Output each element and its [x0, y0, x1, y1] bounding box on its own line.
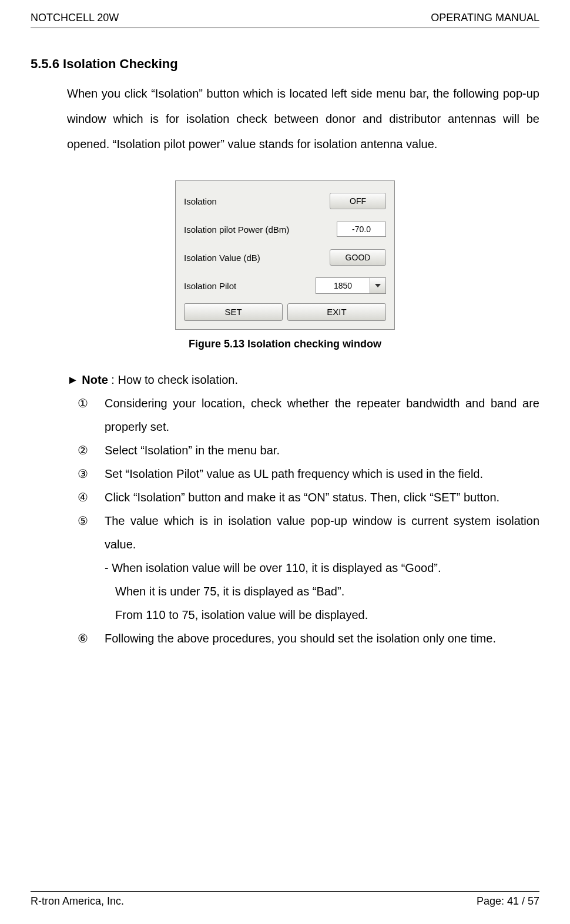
- step-5-sub-2: When it is under 75, it is displayed as …: [115, 580, 539, 603]
- circled-5-icon: ⑤: [74, 509, 92, 533]
- dialog-row-isolation: Isolation OFF: [184, 190, 386, 212]
- steps-list: ① Considering your location, check wheth…: [67, 391, 539, 650]
- note-marker-icon: ►: [67, 373, 79, 386]
- footer-right: Page: 41 / 57: [477, 895, 539, 908]
- step-5-sub-3: From 110 to 75, isolation value will be …: [115, 603, 539, 627]
- step-1-text: Considering your location, check whether…: [105, 397, 539, 433]
- isolation-pilot-value: 1850: [316, 278, 370, 293]
- step-6: ⑥ Following the above procedures, you sh…: [95, 627, 539, 650]
- step-4: ④ Click “Isolation” button and make it a…: [95, 486, 539, 509]
- section-title: 5.5.6 Isolation Checking: [31, 56, 539, 72]
- step-6-text: Following the above procedures, you shou…: [105, 632, 496, 645]
- note-rest: : How to check isolation.: [108, 373, 238, 386]
- set-button[interactable]: SET: [184, 303, 283, 321]
- circled-1-icon: ①: [74, 391, 92, 415]
- circled-2-icon: ②: [74, 438, 92, 462]
- intro-paragraph: When you click “Isolation” button which …: [67, 81, 539, 157]
- step-2-text: Select “Isolation” in the menu bar.: [105, 444, 280, 457]
- dialog-row-isolation-value: Isolation Value (dB) GOOD: [184, 247, 386, 268]
- pilot-power-field[interactable]: -70.0: [337, 222, 386, 237]
- chevron-down-icon[interactable]: [370, 278, 385, 293]
- isolation-value-display[interactable]: GOOD: [330, 249, 386, 266]
- isolation-pilot-combo[interactable]: 1850: [316, 277, 386, 294]
- page-header: NOTCHCELL 20W OPERATING MANUAL: [31, 12, 539, 28]
- step-5: ⑤ The value which is in isolation value …: [95, 509, 539, 627]
- step-3-text: Set “Isolation Pilot” value as UL path f…: [105, 467, 483, 480]
- isolation-value-label: Isolation Value (dB): [184, 253, 330, 263]
- dialog-row-isolation-pilot: Isolation Pilot 1850: [184, 275, 386, 296]
- isolation-pilot-label: Isolation Pilot: [184, 281, 316, 291]
- circled-4-icon: ④: [74, 486, 92, 509]
- note-label: Note: [82, 373, 108, 386]
- isolation-label: Isolation: [184, 196, 330, 206]
- step-3: ③ Set “Isolation Pilot” value as UL path…: [95, 462, 539, 486]
- note-line: ► Note : How to check isolation.: [67, 368, 539, 391]
- circled-3-icon: ③: [74, 462, 92, 486]
- step-5-text: The value which is in isolation value po…: [105, 514, 539, 551]
- figure-caption: Figure 5.13 Isolation checking window: [189, 338, 381, 350]
- page-footer: R-tron America, Inc. Page: 41 / 57: [31, 891, 539, 908]
- step-5-sub-1: - When isolation value will be over 110,…: [105, 556, 539, 580]
- step-4-text: Click “Isolation” button and make it as …: [105, 491, 499, 504]
- dialog-row-pilot-power: Isolation pilot Power (dBm) -70.0: [184, 219, 386, 240]
- exit-button[interactable]: EXIT: [287, 303, 386, 321]
- step-1: ① Considering your location, check wheth…: [95, 391, 539, 438]
- footer-left: R-tron America, Inc.: [31, 895, 124, 908]
- circled-6-icon: ⑥: [74, 627, 92, 650]
- isolation-dialog: Isolation OFF Isolation pilot Power (dBm…: [175, 180, 395, 330]
- pilot-power-label: Isolation pilot Power (dBm): [184, 225, 337, 235]
- isolation-toggle-button[interactable]: OFF: [330, 193, 386, 209]
- step-2: ② Select “Isolation” in the menu bar.: [95, 438, 539, 462]
- header-left: NOTCHCELL 20W: [31, 12, 119, 24]
- header-right: OPERATING MANUAL: [431, 12, 539, 24]
